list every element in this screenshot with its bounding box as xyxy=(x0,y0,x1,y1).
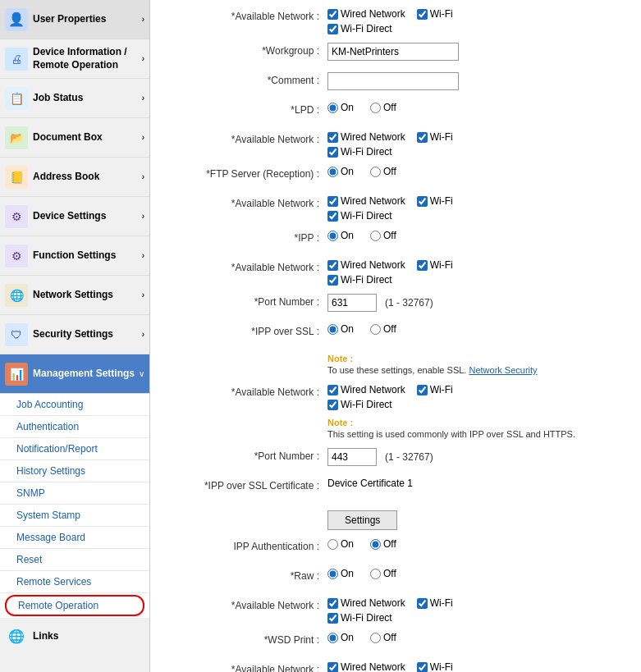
label-raw: *Raw : xyxy=(163,568,327,582)
label-wsd-available-network: *Available Network : xyxy=(163,661,327,672)
row-ipp-over-ssl: *IPP over SSL : On Off xyxy=(163,323,628,345)
address-book-icon: 📒 xyxy=(5,166,28,189)
sidebar-item-remote-services[interactable]: Remote Services xyxy=(0,571,149,593)
note-link-network-security[interactable]: Network Security xyxy=(469,365,537,375)
radio-ipp-auth-on[interactable]: On xyxy=(327,538,354,550)
radio-raw-on[interactable]: On xyxy=(327,568,354,579)
sidebar-item-management-settings[interactable]: 📊 Management Settings ∨ xyxy=(0,354,149,394)
radio-raw-off[interactable]: Off xyxy=(370,568,396,579)
checkbox-lpd-wired[interactable]: Wired Network xyxy=(327,131,405,143)
checkbox-wifi-top[interactable]: Wi-Fi xyxy=(417,8,453,20)
checkbox-wsd-wifi[interactable]: Wi-Fi xyxy=(417,661,453,672)
checkbox-ipp-wifi[interactable]: Wi-Fi xyxy=(417,259,453,271)
sidebar-label-device-settings: Device Settings xyxy=(33,210,139,223)
label-ipp-ssl-available-network: *Available Network : xyxy=(163,384,327,398)
content-ipp-auth: On Off xyxy=(327,538,628,550)
sidebar-item-authentication[interactable]: Authentication xyxy=(0,416,149,438)
sidebar-item-notification-report[interactable]: Notification/Report xyxy=(0,438,149,460)
sidebar-item-remote-operation[interactable]: Remote Operation xyxy=(5,595,144,616)
row-ftp-available-network: *Available Network : Wired Network Wi-Fi… xyxy=(163,195,628,222)
checkbox-lpd-wifi[interactable]: Wi-Fi xyxy=(417,131,453,143)
sidebar-item-job-status[interactable]: 📋 Job Status › xyxy=(0,79,149,118)
content-ipp: On Off xyxy=(327,230,628,241)
content-wsd-print: On Off xyxy=(327,632,628,643)
checkbox-ssl-wired[interactable]: Wired Network xyxy=(327,384,405,395)
label-ipp-auth: IPP Authentication : xyxy=(163,538,327,552)
input-workgroup[interactable] xyxy=(327,43,459,61)
input-port-number-2[interactable] xyxy=(327,448,377,466)
chevron-right-icon: › xyxy=(142,172,144,181)
label-ftp-server: *FTP Server (Reception) : xyxy=(163,166,327,180)
chevron-right-icon: › xyxy=(142,290,144,299)
sidebar-item-device-info[interactable]: 🖨 Device Information /Remote Operation › xyxy=(0,39,149,79)
label-lpd: *LPD : xyxy=(163,102,327,116)
checkbox-ftp-wifi-direct[interactable]: Wi-Fi Direct xyxy=(327,210,392,222)
radio-ipp-ssl-on[interactable]: On xyxy=(327,323,354,335)
content-port-number-1: (1 - 32767) xyxy=(327,294,628,312)
checkbox-ssl-wifi[interactable]: Wi-Fi xyxy=(417,384,453,395)
label-port-number-2: *Port Number : xyxy=(163,448,327,462)
radio-lpd-off[interactable]: Off xyxy=(370,102,396,113)
input-port-number-1[interactable] xyxy=(327,294,377,312)
sidebar-item-device-settings[interactable]: ⚙ Device Settings › xyxy=(0,197,149,236)
settings-button[interactable]: Settings xyxy=(327,510,397,530)
content-available-network-top: Wired Network Wi-Fi Wi-Fi Direct xyxy=(327,8,628,34)
sidebar-item-address-book[interactable]: 📒 Address Book › xyxy=(0,158,149,197)
label-ipp-ssl-note-spacer xyxy=(163,353,327,355)
sidebar-item-snmp[interactable]: SNMP xyxy=(0,482,149,505)
sidebar-item-system-stamp[interactable]: System Stamp xyxy=(0,505,149,527)
sidebar-item-message-board[interactable]: Message Board xyxy=(0,527,149,549)
main-content: *Available Network : Wired Network Wi-Fi… xyxy=(150,0,641,672)
checkbox-raw-wifi-direct[interactable]: Wi-Fi Direct xyxy=(327,612,392,624)
radio-wsd-off[interactable]: Off xyxy=(370,632,396,643)
checkbox-wired-network-top[interactable]: Wired Network xyxy=(327,8,405,20)
row-workgroup: *Workgroup : xyxy=(163,43,628,64)
radio-ipp-ssl-off[interactable]: Off xyxy=(370,323,396,335)
chevron-right-icon: › xyxy=(142,94,144,103)
content-raw: On Off xyxy=(327,568,628,579)
row-raw: *Raw : On Off xyxy=(163,568,628,589)
checkbox-ssl-wifi-direct[interactable]: Wi-Fi Direct xyxy=(327,399,392,410)
row-comment: *Comment : xyxy=(163,72,628,94)
radio-wsd-on[interactable]: On xyxy=(327,632,354,643)
sidebar-item-security-settings[interactable]: 🛡 Security Settings › xyxy=(0,315,149,354)
sidebar-item-function-settings[interactable]: ⚙ Function Settings › xyxy=(0,236,149,276)
content-raw-available-network: Wired Network Wi-Fi Wi-Fi Direct xyxy=(327,597,628,624)
security-icon: 🛡 xyxy=(5,323,28,346)
sidebar-item-job-accounting[interactable]: Job Accounting xyxy=(0,394,149,416)
radio-ftp-on[interactable]: On xyxy=(327,166,354,177)
port-range-2: (1 - 32767) xyxy=(385,451,433,463)
input-comment[interactable] xyxy=(327,72,459,90)
sidebar-label-user-properties: User Properties xyxy=(33,13,139,26)
sidebar-item-document-box[interactable]: 📂 Document Box › xyxy=(0,118,149,158)
radio-ftp-off[interactable]: Off xyxy=(370,166,396,177)
row-ipp-auth: IPP Authentication : On Off xyxy=(163,538,628,560)
port-range-1: (1 - 32767) xyxy=(385,297,433,309)
radio-lpd-on[interactable]: On xyxy=(327,102,354,113)
checkbox-wifi-direct-top[interactable]: Wi-Fi Direct xyxy=(327,23,392,34)
sidebar-item-links[interactable]: 🌐 Links xyxy=(0,618,149,654)
row-ipp-ssl-cert: *IPP over SSL Certificate : Device Certi… xyxy=(163,478,628,499)
sidebar-item-reset[interactable]: Reset xyxy=(0,549,149,571)
row-lpd-available-network: *Available Network : Wired Network Wi-Fi… xyxy=(163,131,628,158)
checkbox-ipp-wired[interactable]: Wired Network xyxy=(327,259,405,271)
function-settings-icon: ⚙ xyxy=(5,245,28,267)
user-icon: 👤 xyxy=(5,8,28,31)
radio-ipp-on[interactable]: On xyxy=(327,230,354,241)
checkbox-ftp-wired[interactable]: Wired Network xyxy=(327,195,405,207)
label-port-number-1: *Port Number : xyxy=(163,294,327,308)
radio-ipp-off[interactable]: Off xyxy=(370,230,396,241)
chevron-right-icon: › xyxy=(142,54,144,63)
sidebar-item-history-settings[interactable]: History Settings xyxy=(0,460,149,482)
sidebar-item-user-properties[interactable]: 👤 User Properties › xyxy=(0,0,149,39)
checkbox-ftp-wifi[interactable]: Wi-Fi xyxy=(417,195,453,207)
row-port-number-1: *Port Number : (1 - 32767) xyxy=(163,294,628,315)
checkbox-raw-wired[interactable]: Wired Network xyxy=(327,597,405,609)
checkbox-lpd-wifi-direct[interactable]: Wi-Fi Direct xyxy=(327,146,392,158)
checkbox-ipp-wifi-direct[interactable]: Wi-Fi Direct xyxy=(327,274,392,286)
job-icon: 📋 xyxy=(5,87,28,110)
sidebar-item-network-settings[interactable]: 🌐 Network Settings › xyxy=(0,276,149,315)
checkbox-wsd-wired[interactable]: Wired Network xyxy=(327,661,405,672)
checkbox-raw-wifi[interactable]: Wi-Fi xyxy=(417,597,453,609)
radio-ipp-auth-off[interactable]: Off xyxy=(370,538,396,550)
